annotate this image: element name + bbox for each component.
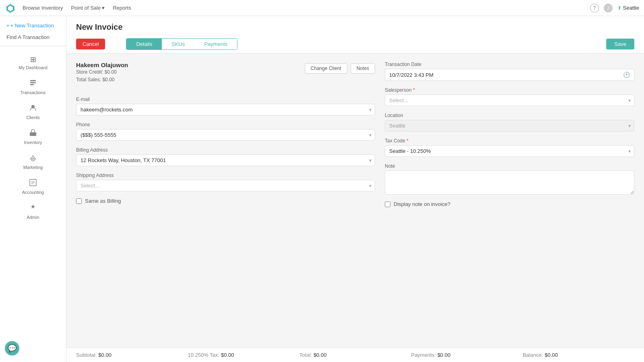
nav-point-of-sale[interactable]: Point of Sale ▾ [71,5,105,11]
tax-code-chevron-icon[interactable]: ▾ [625,146,634,156]
page-title: New Invoice [76,23,634,32]
subtotal-value: $0.00 [98,352,111,358]
total-value: $0.00 [314,352,327,358]
transaction-date-field[interactable]: 10/7/2022 3:43 PM 🕐 [385,69,634,81]
calendar-icon[interactable]: 🕐 [623,72,630,78]
top-nav-right: ? J ⬆ Seattle [590,4,639,12]
phone-chevron-icon[interactable]: ▾ [366,130,375,140]
chat-bubble[interactable]: 💬 [5,341,19,356]
form-area: Hakeem Olajuwon Store Credit: $0.00 Tota… [66,53,644,348]
svg-rect-4 [30,84,34,85]
balance-label: Balance: [523,352,543,358]
display-note-label[interactable]: Display note on invoice? [394,201,450,207]
salesperson-field-group: Salesperson * Select... ▾ [385,87,634,106]
toolbar: Cancel Details SKUs Payments Save [66,35,644,53]
display-note-row: Display note on invoice? [385,201,634,207]
tax-code-label: Tax Code * [385,138,634,144]
subtotal-label: Subtotal: [76,352,97,358]
notes-button[interactable]: Notes [351,63,375,74]
svg-rect-2 [30,80,36,81]
cancel-button[interactable]: Cancel [76,39,105,49]
same-as-billing-checkbox[interactable] [76,198,82,204]
billing-field-group: Billing Address 12 Rockets Way, Houston,… [76,147,375,166]
note-textarea[interactable] [385,171,634,195]
phone-field-group: Phone ($$$) 555-5555 ▾ [76,122,375,141]
logo[interactable] [5,2,16,14]
sidebar-nav: ⊞ My Dashboard Transactions Clients Inv [0,49,66,225]
svg-rect-3 [30,82,36,83]
tab-details[interactable]: Details [126,39,162,49]
clients-icon [29,104,37,114]
display-note-checkbox[interactable] [385,202,390,207]
top-nav-links: Browse Inventory Point of Sale ▾ Reports [23,5,131,11]
user-avatar[interactable]: J [604,4,613,12]
sidebar-divider [0,46,66,46]
salesperson-select[interactable]: Select... ▾ [385,95,634,106]
sidebar-item-clients[interactable]: Clients [0,100,66,124]
nav-browse-inventory[interactable]: Browse Inventory [23,5,63,11]
billing-label: Billing Address [76,147,375,153]
client-info: Hakeem Olajuwon Store Credit: $0.00 Tota… [76,62,375,84]
location-selector[interactable]: ⬆ Seattle [617,5,639,11]
sidebar-item-accounting[interactable]: Accounting [0,175,66,199]
sidebar-item-admin-label: Admin [27,215,39,220]
billing-chevron-icon[interactable]: ▾ [366,155,375,166]
transaction-date-value: 10/7/2022 3:43 PM [389,72,433,78]
svg-rect-6 [30,132,36,136]
location-value: Seattle [385,120,625,131]
admin-icon [29,204,37,214]
tax-code-required: * [407,138,409,144]
change-client-button[interactable]: Change Client [305,63,347,74]
new-transaction-button[interactable]: + + New Transaction [0,19,66,32]
payments-value: $0.00 [438,352,451,358]
tax-code-field-group: Tax Code * Seattle - 10.250% ▾ [385,138,634,157]
accounting-icon [29,179,37,189]
sidebar-item-dashboard-label: My Dashboard [19,65,47,70]
sidebar-item-inventory[interactable]: Inventory [0,125,66,149]
nav-reports[interactable]: Reports [113,5,131,11]
email-field-group: E-mail hakeem@rockets.com ▾ [76,97,375,115]
help-icon[interactable]: ? [590,4,599,12]
dashboard-icon: ⊞ [30,55,36,64]
sidebar-item-transactions[interactable]: Transactions [0,75,66,99]
transaction-date-label: Transaction Date [385,62,634,67]
marketing-icon [29,154,37,164]
location-select[interactable]: Seattle ▾ [385,120,634,132]
page-header: New Invoice [66,16,644,35]
sidebar-item-dashboard[interactable]: ⊞ My Dashboard [0,51,66,74]
shipping-chevron-icon[interactable]: ▾ [366,181,375,191]
client-total-sales: Total Sales: $0.00 [76,76,128,84]
tab-payments[interactable]: Payments [194,39,237,49]
email-select[interactable]: hakeem@rockets.com ▾ [76,104,375,115]
location-chevron-icon[interactable]: ▾ [625,121,634,131]
find-transaction-link[interactable]: Find A Transaction [0,32,66,43]
shipping-placeholder: Select... [76,180,366,191]
save-button[interactable]: Save [606,39,634,49]
shipping-field-group: Shipping Address Select... ▾ [76,173,375,191]
phone-select[interactable]: ($$$) 555-5555 ▾ [76,129,375,141]
email-label: E-mail [76,97,375,102]
same-as-billing-label[interactable]: Same as Billing [85,198,121,204]
inventory-icon [29,129,37,139]
sidebar: + + New Transaction Find A Transaction ⊞… [0,16,66,362]
new-transaction-label: + New Transaction [10,23,54,29]
shipping-select[interactable]: Select... ▾ [76,180,375,191]
sidebar-item-marketing[interactable]: Marketing [0,150,66,174]
tax-code-value: Seattle - 10.250% [385,146,625,156]
tax-label: 10.250% Tax: [188,352,219,358]
top-nav: Browse Inventory Point of Sale ▾ Reports… [0,0,644,16]
sidebar-item-admin[interactable]: Admin [0,200,66,224]
location-arrow-icon: ⬆ [617,5,621,11]
email-value: hakeem@rockets.com [76,104,366,115]
salesperson-required: * [413,87,415,93]
balance-status: Balance: $0.00 [523,352,634,358]
salesperson-chevron-icon[interactable]: ▾ [625,95,634,106]
tax-code-select[interactable]: Seattle - 10.250% ▾ [385,145,634,157]
sidebar-item-inventory-label: Inventory [24,140,42,145]
billing-select[interactable]: 12 Rockets Way, Houston, TX 77001 ▾ [76,154,375,166]
sidebar-item-marketing-label: Marketing [23,165,43,170]
email-chevron-icon[interactable]: ▾ [366,105,375,115]
salesperson-placeholder: Select... [385,95,625,106]
client-name: Hakeem Olajuwon [76,62,128,68]
tab-skus[interactable]: SKUs [162,39,194,49]
